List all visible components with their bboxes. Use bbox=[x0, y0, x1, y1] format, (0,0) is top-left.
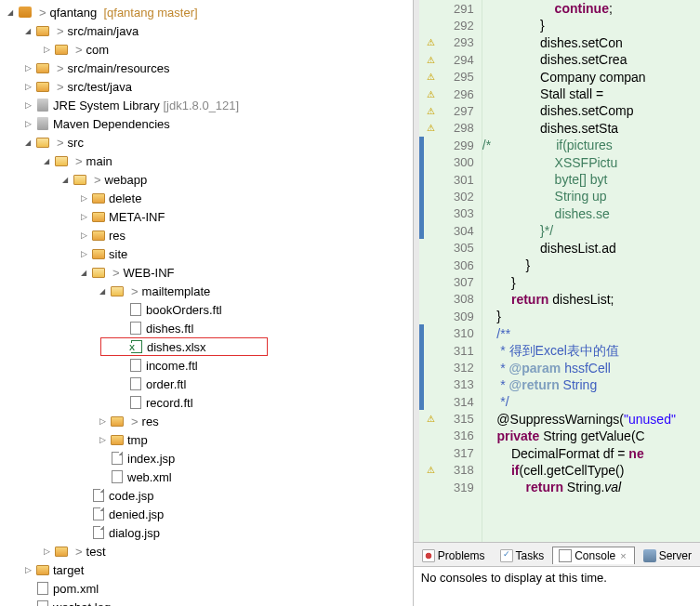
expand-arrow-icon[interactable] bbox=[76, 193, 91, 203]
expand-arrow-icon[interactable] bbox=[76, 269, 91, 277]
tree-label: delete bbox=[109, 191, 141, 205]
expand-arrow-icon[interactable] bbox=[20, 82, 35, 91]
folder-icon bbox=[110, 432, 125, 447]
expand-arrow-icon[interactable] bbox=[95, 435, 110, 444]
tree-item[interactable]: dialog.jsp bbox=[0, 523, 413, 542]
tree-label: wechat.log bbox=[53, 600, 111, 607]
package-icon bbox=[35, 79, 50, 94]
tree-item[interactable]: wechat.log bbox=[0, 598, 413, 606]
tree-item[interactable]: res bbox=[0, 226, 413, 244]
expand-arrow-icon[interactable] bbox=[20, 63, 35, 72]
code-content[interactable]: continue; } dishes.setCon dishes.setCrea… bbox=[482, 0, 676, 542]
tree-item[interactable]: code.jsp bbox=[0, 486, 413, 505]
folder-open-icon bbox=[91, 265, 106, 280]
tree-item[interactable]: > webapp bbox=[0, 170, 413, 189]
branch-label: [qfantang master] bbox=[103, 6, 197, 20]
tree-item[interactable]: delete bbox=[0, 189, 413, 207]
tree-label: order.ftl bbox=[146, 377, 186, 391]
tree-item[interactable]: META-INF bbox=[0, 207, 413, 226]
folder-icon bbox=[91, 191, 106, 205]
expand-arrow-icon[interactable] bbox=[95, 287, 110, 296]
tree-item-highlighted[interactable]: dishes.xlsx bbox=[100, 337, 268, 356]
tree-item[interactable]: > main bbox=[0, 152, 413, 170]
tree-item[interactable]: site bbox=[0, 244, 413, 263]
expand-arrow-icon[interactable] bbox=[20, 100, 35, 110]
tab-tasks[interactable]: Tasks bbox=[494, 547, 551, 564]
tree-item[interactable]: > test bbox=[0, 542, 413, 560]
tree-label: bookOrders.ftl bbox=[146, 303, 222, 317]
tree-item[interactable]: Maven Dependencies bbox=[0, 114, 413, 133]
project-explorer[interactable]: > qfantang [qfantang master] > src/main/… bbox=[0, 0, 414, 606]
expand-arrow-icon[interactable] bbox=[20, 138, 35, 147]
tab-servers[interactable]: Server bbox=[637, 547, 698, 564]
package-icon bbox=[35, 60, 50, 75]
line-number-gutter: 2912922932942952962972982993003013023033… bbox=[425, 0, 482, 542]
tree-label: code.jsp bbox=[109, 489, 153, 503]
expand-arrow-icon[interactable] bbox=[20, 119, 35, 128]
expand-arrow-icon[interactable] bbox=[76, 249, 91, 258]
package-icon bbox=[35, 23, 50, 38]
tree-label: index.jsp bbox=[127, 452, 175, 466]
tree-label: com bbox=[86, 43, 110, 57]
tree-item[interactable]: web.xml bbox=[0, 468, 413, 486]
tab-problems[interactable]: Problems bbox=[416, 547, 492, 564]
expand-arrow-icon[interactable] bbox=[20, 27, 35, 35]
expand-arrow-icon[interactable] bbox=[95, 416, 110, 426]
tree-label: res bbox=[109, 229, 125, 243]
expand-arrow-icon[interactable] bbox=[39, 157, 54, 165]
tree-label: main bbox=[86, 154, 112, 168]
tree-item[interactable]: > src/test/java bbox=[0, 77, 413, 96]
tree-item[interactable]: order.ftl bbox=[0, 375, 413, 393]
tree-item[interactable]: target bbox=[0, 560, 413, 579]
tree-item[interactable]: > com bbox=[0, 40, 413, 59]
servers-icon bbox=[643, 549, 656, 562]
expand-arrow-icon[interactable] bbox=[20, 565, 35, 574]
folder-icon bbox=[35, 562, 50, 577]
tree-item[interactable]: > src bbox=[0, 133, 413, 152]
tree-item[interactable]: record.ftl bbox=[0, 393, 413, 412]
tree-item[interactable]: > src/main/resources bbox=[0, 59, 413, 77]
tree-item[interactable]: denied.jsp bbox=[0, 505, 413, 523]
code-editor[interactable]: 2912922932942952962972982993003013023033… bbox=[414, 0, 700, 542]
bottom-tabs[interactable]: Problems Tasks Console× Server bbox=[414, 543, 700, 567]
tree-root[interactable]: > qfantang [qfantang master] bbox=[0, 3, 413, 21]
tree-label: META-INF bbox=[109, 210, 165, 224]
tree-label: JRE System Library bbox=[53, 99, 160, 112]
expand-arrow-icon[interactable] bbox=[76, 212, 91, 221]
problems-icon bbox=[422, 549, 435, 562]
file-icon bbox=[35, 599, 50, 606]
expand-arrow-icon[interactable] bbox=[58, 176, 73, 184]
file-jsp-icon bbox=[91, 507, 106, 521]
tree-item[interactable]: dishes.ftl bbox=[0, 319, 413, 337]
tree-item[interactable]: > res bbox=[0, 412, 413, 430]
tree-label: dialog.jsp bbox=[109, 526, 160, 540]
expand-arrow-icon[interactable] bbox=[3, 8, 18, 17]
tree-item[interactable]: > mailtemplate bbox=[0, 282, 413, 300]
tree-item[interactable]: index.jsp bbox=[0, 449, 413, 468]
tree-item[interactable]: > src/main/java bbox=[0, 21, 413, 40]
console-icon bbox=[559, 549, 572, 562]
tree-item[interactable]: > WEB-INF bbox=[0, 263, 413, 282]
tree-label: src/main/java bbox=[68, 24, 139, 38]
file-jsp-icon bbox=[91, 525, 106, 540]
tree-item[interactable]: pom.xml bbox=[0, 579, 413, 598]
project-icon bbox=[18, 5, 33, 20]
folder-open-icon bbox=[73, 172, 87, 187]
folder-icon bbox=[110, 414, 125, 428]
version-label: [jdk1.8.0_121] bbox=[164, 99, 240, 112]
tab-console[interactable]: Console× bbox=[552, 547, 634, 564]
file-ftl-icon bbox=[128, 395, 143, 410]
expand-arrow-icon[interactable] bbox=[76, 231, 91, 240]
close-icon[interactable]: × bbox=[618, 550, 627, 561]
tree-label: qfantang bbox=[50, 6, 98, 20]
tree-item[interactable]: tmp bbox=[0, 430, 413, 449]
tree-label: web.xml bbox=[127, 470, 172, 484]
tree-label: res bbox=[142, 415, 159, 428]
tree-label: pom.xml bbox=[53, 582, 99, 596]
tree-item[interactable]: bookOrders.ftl bbox=[0, 300, 413, 319]
expand-arrow-icon[interactable] bbox=[39, 547, 54, 556]
tree-item[interactable]: income.ftl bbox=[0, 356, 413, 375]
expand-arrow-icon[interactable] bbox=[39, 45, 54, 54]
tree-item[interactable]: JRE System Library [jdk1.8.0_121] bbox=[0, 96, 413, 114]
tree-label: dishes.xlsx bbox=[147, 340, 206, 354]
